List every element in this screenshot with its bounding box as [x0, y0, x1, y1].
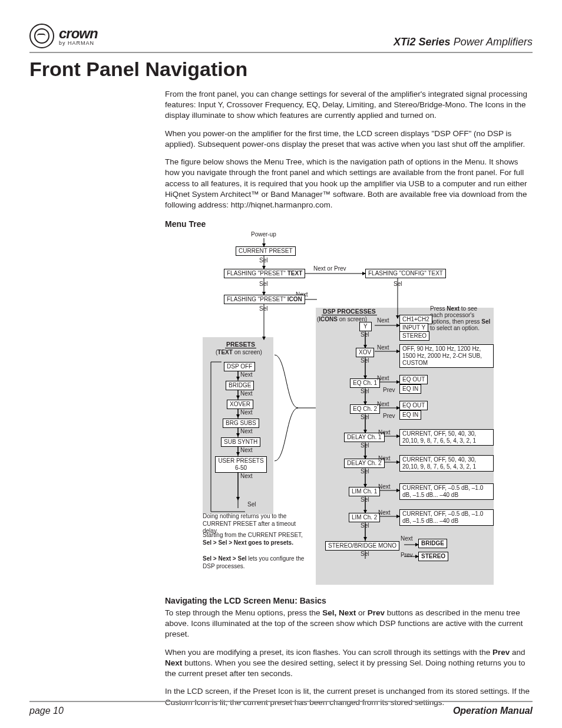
next-or-prev-label: Next or Prev — [313, 265, 346, 272]
manual-label: Operation Manual — [453, 706, 533, 716]
intro-para-1: From the front panel, you can change set… — [165, 89, 533, 121]
bridge-opt: BRIDGE — [418, 539, 447, 548]
page-title: Front Panel Navigation — [29, 58, 533, 81]
series-title: XTi2 Series Power Amplifiers — [394, 36, 533, 48]
preset-brgsubs: BRG SUBS — [223, 419, 259, 428]
limch1-box: LIM Ch. 1 — [349, 487, 380, 496]
note-sel-next-sel: Sel > Next > Sel lets you configure the … — [203, 555, 315, 570]
powerup-label: Power-up — [251, 231, 276, 238]
brand-logo: crown by HARMAN — [29, 24, 98, 48]
sel-label-4: Sel — [259, 305, 267, 312]
preset-xover: XOVER — [227, 400, 253, 409]
crown-logo-icon — [29, 24, 54, 48]
sel-label-3: Sel — [394, 281, 402, 287]
eqch1-box: EQ Ch. 1 — [350, 378, 380, 388]
nav-basics-p2: When you are modifying a preset, its ico… — [165, 647, 533, 680]
stereo-opt: STEREO — [418, 552, 448, 561]
preset-user: USER PRESETS 6-50 — [215, 456, 267, 473]
sel-label: Sel — [259, 257, 267, 263]
header-bar: crown by HARMAN XTi2 Series Power Amplif… — [29, 24, 533, 53]
limch2-box: LIM Ch. 2 — [349, 513, 380, 522]
dsp-processes-title: DSP PROCESSES — [322, 308, 377, 315]
page-footer: page 10 Operation Manual — [29, 701, 533, 716]
preset-bridge: BRIDGE — [226, 381, 254, 390]
y-box: Y — [359, 322, 372, 331]
menu-tree-diagram: Power-up CURRENT PRESET Sel FLASHING "PR… — [165, 231, 530, 585]
current-preset-box: CURRENT PRESET — [236, 246, 296, 256]
intro-para-2: When you power-on the amplifier for the … — [165, 129, 533, 150]
preset-dspoff: DSP OFF — [224, 362, 255, 371]
eqch2-box: EQ Ch. 2 — [350, 404, 380, 414]
stereo-bridge-box: STEREO/BRIDGE MONO — [325, 541, 399, 551]
flashing-preset-text-box: FLASHING "PRESET" TEXT — [224, 269, 305, 278]
note-starting: Starting from the CURRENT PRESET, Sel > … — [203, 532, 315, 546]
sel-label-2: Sel — [259, 281, 267, 287]
presets-title: PRESETS — [225, 341, 256, 348]
menu-tree-heading: Menu Tree — [165, 219, 533, 230]
nav-basics-p1: To step through the Menu options, press … — [165, 608, 533, 640]
page-number: page 10 — [29, 706, 64, 716]
brand-subtitle: by HARMAN — [59, 41, 98, 46]
flashing-preset-icon-box: FLASHING "PRESET" ICON — [224, 295, 305, 304]
intro-para-3: The figure below shows the Menu Tree, wh… — [165, 157, 533, 210]
nav-basics-heading: Navigating the LCD Screen Menu: Basics — [165, 595, 533, 607]
xov-box: XOV — [356, 348, 374, 357]
text-on-screen-label: (TEXT on screen) — [216, 349, 262, 355]
flashing-config-text-box: FLASHING "CONFIG" TEXT — [365, 269, 446, 278]
brand-name: crown — [59, 27, 98, 41]
press-next-note: Press Next to see each processor's optio… — [430, 305, 491, 331]
preset-subsynth: SUB SYNTH — [221, 437, 260, 447]
xov-opts: OFF, 90 Hz, 100 Hz, 1200 Hz, 1500 Hz, 20… — [399, 344, 494, 368]
